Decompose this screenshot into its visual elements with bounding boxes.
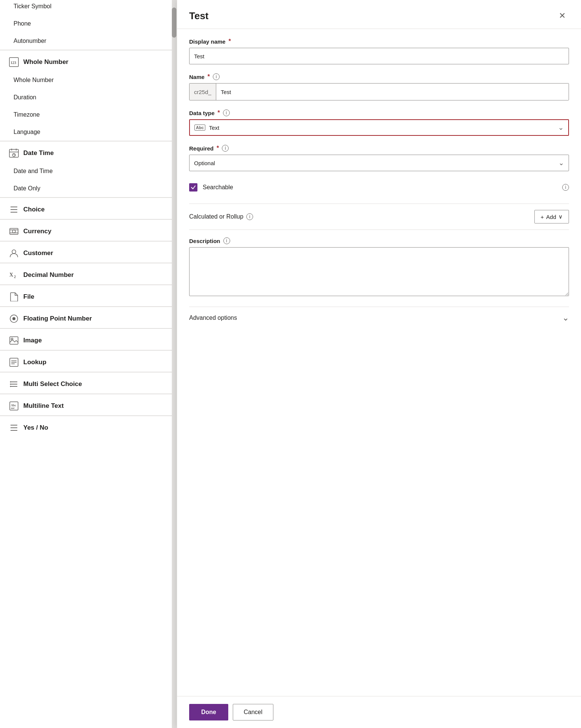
lookup-icon	[9, 357, 19, 367]
required-star-name: *	[208, 73, 210, 80]
slide-over-footer: Done Cancel	[177, 696, 581, 728]
scroll-bar[interactable]	[172, 0, 176, 728]
svg-point-20	[12, 317, 15, 320]
description-textarea[interactable]	[189, 247, 569, 296]
data-type-label: Data type * i	[189, 109, 569, 116]
required-star-req: *	[217, 145, 219, 152]
file-icon	[9, 292, 19, 302]
right-panel: Test ✕ Display name * Name * i	[177, 0, 581, 728]
svg-text:X: X	[9, 272, 13, 278]
left-panel-scroll: Ticker Symbol Phone Autonumber 123 Whole…	[0, 0, 176, 728]
svg-point-30	[10, 381, 11, 383]
cancel-button[interactable]: Cancel	[233, 704, 273, 720]
name-input-group: cr25d_	[189, 83, 569, 100]
svg-point-32	[10, 386, 11, 387]
currency-icon	[9, 226, 19, 236]
svg-rect-12	[10, 228, 18, 234]
display-name-label: Display name *	[189, 38, 569, 45]
advanced-chevron-icon: ⌄	[562, 313, 569, 323]
done-button[interactable]: Done	[189, 704, 228, 720]
calc-rollup-label: Calculated or Rollup i	[189, 213, 253, 220]
description-info-icon[interactable]: i	[223, 237, 230, 244]
category-currency: Currency	[0, 219, 176, 241]
svg-point-16	[12, 250, 16, 254]
decimal-icon: X 2	[9, 270, 19, 280]
required-field-left: Optional	[194, 160, 215, 166]
list-item-ticker-symbol[interactable]: Ticker Symbol	[0, 0, 176, 15]
left-panel: Ticker Symbol Phone Autonumber 123 Whole…	[0, 0, 177, 728]
abc-icon: Abc	[194, 125, 205, 131]
name-prefix: cr25d_	[190, 84, 216, 100]
date-time-icon	[9, 148, 19, 158]
svg-point-31	[10, 384, 11, 385]
advanced-options-row[interactable]: Advanced options ⌄	[189, 307, 569, 329]
data-type-info-icon[interactable]: i	[223, 109, 230, 116]
multiline-text-icon: Abc def	[9, 401, 19, 411]
list-item-duration[interactable]: Duration	[0, 89, 176, 106]
category-choice: Choice	[0, 198, 176, 219]
category-customer: Customer	[0, 241, 176, 263]
searchable-checkbox[interactable]	[189, 183, 197, 191]
svg-rect-21	[10, 337, 18, 344]
list-item-language[interactable]: Language	[0, 123, 176, 141]
choice-icon	[9, 205, 19, 214]
category-image: Image	[0, 328, 176, 350]
customer-icon	[9, 248, 19, 258]
list-item-timezone[interactable]: Timezone	[0, 106, 176, 123]
add-label: Add	[546, 214, 556, 220]
svg-text:def: def	[11, 407, 15, 410]
display-name-input[interactable]	[189, 48, 569, 64]
description-group: Description i	[189, 237, 569, 298]
list-item-autonumber[interactable]: Autonumber	[0, 32, 176, 50]
floating-icon	[9, 314, 19, 324]
list-item-phone[interactable]: Phone	[0, 15, 176, 32]
data-type-group: Data type * i Abc Text ⌄	[189, 109, 569, 136]
multi-select-icon	[9, 379, 19, 389]
svg-text:123: 123	[11, 61, 16, 65]
svg-point-13	[12, 230, 15, 233]
name-info-icon[interactable]: i	[213, 73, 220, 80]
scroll-thumb[interactable]	[172, 8, 176, 38]
plus-icon: +	[541, 214, 544, 220]
whole-number-icon: 123	[9, 57, 19, 67]
data-type-dropdown[interactable]: Abc Text ⌄	[189, 119, 569, 136]
required-group: Required * i Optional ⌄	[189, 145, 569, 171]
searchable-group: Searchable i	[189, 180, 569, 195]
slide-over-header: Test ✕	[177, 0, 581, 29]
category-multi-select: Multi Select Choice	[0, 372, 176, 394]
name-label: Name * i	[189, 73, 569, 80]
searchable-info-icon[interactable]: i	[562, 184, 569, 191]
close-icon: ✕	[559, 11, 566, 21]
list-item-date-and-time[interactable]: Date and Time	[0, 163, 176, 180]
category-file: File	[0, 285, 176, 306]
category-lookup: Lookup	[0, 350, 176, 372]
required-info-icon[interactable]: i	[222, 145, 229, 152]
description-label: Description i	[189, 237, 569, 244]
image-icon	[9, 336, 19, 345]
add-chevron-icon: ∨	[558, 213, 563, 220]
advanced-options-label: Advanced options	[189, 315, 237, 321]
category-decimal-number: X 2 Decimal Number	[0, 263, 176, 284]
slide-over-panel: Test ✕ Display name * Name * i	[177, 0, 581, 728]
calc-info-icon[interactable]: i	[246, 213, 253, 220]
category-date-time: Date Time	[0, 141, 176, 163]
required-star-datatype: *	[218, 109, 220, 116]
category-whole-number: 123 Whole Number	[0, 50, 176, 71]
yes-no-icon	[9, 423, 19, 433]
searchable-row: Searchable i	[189, 180, 569, 195]
slide-over-body: Display name * Name * i cr25d_	[177, 29, 581, 696]
name-suffix-input[interactable]	[216, 84, 569, 100]
required-star-display: *	[229, 38, 231, 45]
required-chevron-icon: ⌄	[558, 159, 564, 167]
list-item-date-only[interactable]: Date Only	[0, 180, 176, 197]
close-button[interactable]: ✕	[555, 9, 569, 23]
data-type-field-left: Abc Text	[194, 125, 219, 131]
add-button[interactable]: + Add ∨	[534, 210, 569, 223]
list-item-whole-number[interactable]: Whole Number	[0, 71, 176, 89]
slide-over-title: Test	[189, 10, 209, 22]
required-dropdown[interactable]: Optional ⌄	[189, 155, 569, 171]
display-name-group: Display name *	[189, 38, 569, 64]
searchable-label: Searchable	[203, 184, 557, 191]
data-type-chevron-icon: ⌄	[558, 123, 564, 132]
category-yes-no: Yes / No	[0, 416, 176, 437]
